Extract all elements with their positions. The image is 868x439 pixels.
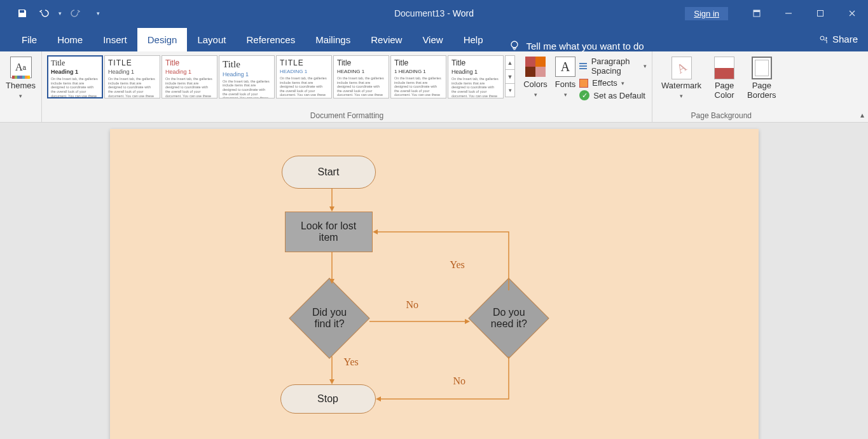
style-set-thumb[interactable]: TITLEHEADING 1On the Insert tab, the gal…: [276, 55, 332, 98]
colors-icon: [525, 57, 546, 77]
flowchart-process-look[interactable]: Look for lost item: [285, 212, 373, 252]
arrow-need-to-look: [373, 229, 511, 295]
tab-mailings[interactable]: Mailings: [305, 28, 361, 51]
svg-rect-1: [754, 10, 760, 12]
svg-rect-2: [818, 11, 823, 17]
style-set-thumb[interactable]: TITLEHeading 1On the Insert tab, the gal…: [104, 55, 160, 98]
style-set-thumb[interactable]: TitleHEADING 1On the Insert tab, the gal…: [333, 55, 389, 98]
svg-marker-7: [465, 319, 470, 324]
ribbon: Aa Themes TitleHeading 1On the Insert ta…: [0, 51, 868, 123]
svg-marker-8: [373, 229, 378, 234]
tab-file[interactable]: File: [11, 28, 47, 51]
watermark-button[interactable]: Watermark: [658, 54, 705, 102]
set-as-default-button[interactable]: ✓ Set as Default: [579, 90, 647, 100]
fonts-icon: A: [555, 57, 575, 77]
style-set-thumb[interactable]: Title1 HEADING 1On the Insert tab, the g…: [390, 55, 446, 98]
style-set-thumb[interactable]: TitleHeading 1On the Insert tab, the gal…: [219, 55, 275, 98]
check-icon: ✓: [579, 90, 589, 100]
tab-references[interactable]: References: [236, 28, 305, 51]
lightbulb-icon: [509, 40, 520, 51]
flowchart-decision-find[interactable]: Did you find it?: [289, 278, 369, 358]
undo-dropdown[interactable]: ▾: [55, 0, 65, 27]
redo-button[interactable]: [65, 0, 86, 27]
flowchart-stop[interactable]: Stop: [280, 384, 376, 414]
undo-icon: [39, 8, 49, 18]
page-color-icon: [714, 57, 734, 79]
style-set-thumb[interactable]: TitleHeading 1On the Insert tab, the gal…: [162, 55, 217, 98]
document-page[interactable]: Start Look for lost item Did you find it…: [110, 129, 759, 439]
arrow-find-to-stop: [329, 356, 335, 387]
page-borders-button[interactable]: Page Borders: [743, 54, 780, 102]
svg-marker-10: [376, 396, 381, 402]
paragraph-spacing-button[interactable]: Paragraph Spacing▾: [579, 57, 647, 76]
save-button[interactable]: [11, 0, 33, 27]
page-borders-icon: [752, 57, 772, 79]
tab-layout[interactable]: Layout: [187, 28, 236, 51]
style-set-gallery[interactable]: TitleHeading 1On the Insert tab, the gal…: [47, 54, 515, 101]
themes-icon: Aa: [10, 57, 32, 78]
share-button[interactable]: Share: [818, 27, 858, 51]
flowchart-start[interactable]: Start: [282, 156, 376, 189]
page-color-button[interactable]: Page Color: [710, 54, 738, 102]
undo-button[interactable]: [33, 0, 55, 27]
style-set-thumb[interactable]: TitleHeading 1On the Insert tab, the gal…: [448, 55, 504, 98]
arrow-look-to-find: [329, 252, 335, 287]
qat-customize[interactable]: ▾: [93, 0, 103, 27]
svg-point-3: [511, 41, 518, 48]
tab-design[interactable]: Design: [137, 28, 188, 51]
watermark-icon: [672, 57, 692, 79]
ribbon-tabs: File Home Insert Design Layout Reference…: [0, 27, 868, 51]
arrow-find-to-need: [369, 316, 470, 327]
group-document-formatting: TitleHeading 1On the Insert tab, the gal…: [42, 51, 652, 123]
share-icon: [818, 34, 829, 44]
svg-point-4: [820, 36, 824, 40]
label-no-find-to-need: No: [406, 299, 419, 311]
label-yes-find-to-stop: Yes: [344, 356, 359, 368]
title-bar: ▾ ▾ Document13 - Word Sign in: [0, 0, 868, 27]
redo-icon: [71, 8, 81, 18]
tab-home[interactable]: Home: [47, 28, 93, 51]
arrow-need-to-stop: [376, 356, 512, 405]
collapse-ribbon[interactable]: ᠎▴: [860, 111, 864, 119]
gallery-more[interactable]: ▾: [505, 83, 515, 97]
ribbon-options-icon: [753, 10, 761, 17]
paragraph-spacing-icon: [579, 62, 587, 71]
svg-marker-6: [329, 279, 334, 284]
close-button[interactable]: [836, 0, 868, 27]
save-icon: [17, 8, 27, 18]
colors-button[interactable]: Colors: [520, 54, 551, 101]
sign-in-button[interactable]: Sign in: [685, 7, 728, 20]
document-workspace[interactable]: Start Look for lost item Did you find it…: [0, 123, 868, 439]
flowchart: Start Look for lost item Did you find it…: [110, 129, 759, 439]
ribbon-display-options[interactable]: [741, 0, 773, 27]
tab-view[interactable]: View: [412, 28, 453, 51]
minimize-icon: [785, 10, 792, 17]
maximize-button[interactable]: [804, 0, 836, 27]
gallery-scroll-down[interactable]: ▼: [505, 69, 515, 83]
svg-marker-5: [329, 206, 334, 212]
document-title: Document13 - Word: [394, 8, 474, 18]
gallery-scroll-up[interactable]: ▲: [505, 55, 515, 69]
tab-review[interactable]: Review: [361, 28, 412, 51]
svg-marker-9: [329, 379, 334, 384]
tab-insert[interactable]: Insert: [93, 28, 137, 51]
close-icon: [848, 10, 856, 17]
group-page-background: Watermark Page Color Page Borders Page B…: [652, 51, 790, 123]
group-themes: Aa Themes: [0, 51, 42, 123]
group-label-docfmt: Document Formatting: [42, 111, 652, 120]
fonts-button[interactable]: A Fonts: [551, 54, 580, 101]
arrow-start-to-look: [329, 189, 335, 214]
tab-help[interactable]: Help: [453, 28, 493, 51]
maximize-icon: [816, 10, 824, 17]
effects-button[interactable]: Effects▾: [579, 78, 647, 88]
themes-button[interactable]: Aa Themes: [2, 54, 39, 102]
effects-icon: [579, 79, 588, 88]
minimize-button[interactable]: [773, 0, 804, 27]
quick-access-toolbar: ▾ ▾: [0, 0, 103, 27]
tell-me-search[interactable]: Tell me what you want to do: [509, 40, 644, 51]
group-label-pagebg: Page Background: [652, 111, 790, 120]
style-set-thumb[interactable]: TitleHeading 1On the Insert tab, the gal…: [47, 55, 103, 98]
